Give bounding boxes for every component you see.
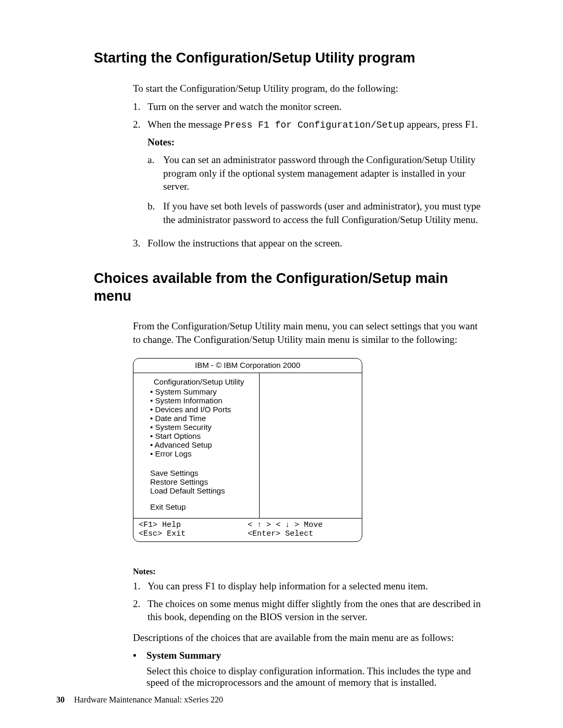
section1-steps: 1. Turn on the server and watch the moni… (133, 100, 482, 250)
desc-text: Select this choice to display configurat… (146, 665, 482, 688)
step-3: 3. Follow the instructions that appear o… (133, 237, 482, 250)
bios-footer-right: < ↑ > < ↓ > Move <Enter> Select (248, 521, 357, 539)
step-2-pre: When the message (148, 119, 224, 130)
desc-body: System Summary Select this choice to dis… (146, 650, 482, 688)
note-b-text: If you have set both levels of passwords… (163, 200, 482, 226)
bios-left-pane: Configuration/Setup Utility System Summa… (133, 373, 259, 518)
bios-menu-item: Error Logs (150, 449, 259, 458)
bios-actions: Save Settings Restore Settings Load Defa… (139, 468, 259, 512)
note-1: 1. You can press F1 to display help info… (133, 579, 482, 593)
bios-action-save: Save Settings (150, 468, 259, 477)
section1-intro: To start the Configuration/Setup Utility… (133, 82, 482, 95)
bios-key-f1: <F1> Help (139, 521, 248, 529)
desc-title: System Summary (146, 650, 221, 661)
bios-key-esc: <Esc> Exit (139, 529, 248, 538)
bullet-icon: • (133, 650, 146, 688)
notes-label: Notes: (148, 135, 482, 149)
section2-intro: From the Configuration/Setup Utility mai… (133, 319, 482, 346)
list-marker: 2. (133, 118, 148, 232)
bios-action-load: Load Default Settings (150, 486, 259, 495)
bios-header: IBM - © IBM Corporation 2000 (133, 359, 362, 373)
step-2: 2. When the message Press F1 for Configu… (133, 118, 482, 232)
bios-key-move: < ↑ > < ↓ > Move (248, 521, 357, 529)
bios-menu-item: System Summary (150, 387, 259, 396)
bios-menu-item: Advanced Setup (150, 440, 259, 449)
step-3-text: Follow the instructions that appear on t… (148, 237, 482, 250)
bios-footer-left: <F1> Help <Esc> Exit (139, 521, 248, 539)
bios-action-restore: Restore Settings (150, 477, 259, 486)
bios-menu: System Summary System Information Device… (139, 387, 259, 458)
list-marker: 1. (133, 100, 148, 114)
section1-content: To start the Configuration/Setup Utility… (133, 82, 482, 250)
note-a-text: You can set an administrator password th… (163, 153, 482, 193)
note-b: b. If you have set both levels of passwo… (148, 200, 482, 226)
section2-content: From the Configuration/Setup Utility mai… (133, 319, 482, 688)
section3-notes: 1. You can press F1 to display help info… (133, 579, 482, 624)
bios-right-pane (259, 373, 362, 518)
descriptions-intro: Descriptions of the choices that are ava… (133, 631, 482, 645)
note-2-text: The choices on some menus might differ s… (148, 597, 482, 624)
bios-menu-item: Start Options (150, 431, 259, 440)
bios-menu-item: System Security (150, 423, 259, 431)
list-marker: b. (148, 200, 163, 226)
book-title: Hardware Maintenance Manual: xSeries 220 (74, 695, 223, 704)
bios-window: IBM - © IBM Corporation 2000 Configurati… (133, 358, 362, 542)
bios-panel-title: Configuration/Setup Utility (139, 376, 259, 387)
step-1: 1. Turn on the server and watch the moni… (133, 100, 482, 114)
notes-label-2: Notes: (133, 567, 482, 576)
bios-screenshot: IBM - © IBM Corporation 2000 Configurati… (133, 358, 482, 542)
heading-choices: Choices available from the Configuration… (94, 270, 482, 305)
bios-menu-item: Devices and I/O Ports (150, 405, 259, 414)
list-marker: 1. (133, 579, 148, 593)
step-2-mono: Press F1 for Configuration/Setup (224, 120, 405, 130)
bios-key-select: <Enter> Select (248, 529, 357, 538)
step-2-post: appears, press F1. (405, 119, 478, 130)
menu-descriptions: • System Summary Select this choice to d… (133, 650, 482, 688)
bios-footer: <F1> Help <Esc> Exit < ↑ > < ↓ > Move <E… (133, 518, 362, 542)
page-number: 30 (56, 695, 65, 704)
list-marker: a. (148, 153, 163, 193)
bios-body: Configuration/Setup Utility System Summa… (133, 373, 362, 518)
bios-menu-item: Date and Time (150, 414, 259, 423)
list-marker: 2. (133, 597, 148, 624)
page-footer: 30 Hardware Maintenance Manual: xSeries … (56, 695, 223, 705)
page: Starting the Configuration/Setup Utility… (0, 0, 563, 728)
bios-menu-item: System Information (150, 396, 259, 405)
note-a: a. You can set an administrator password… (148, 153, 482, 193)
step2-notes: a. You can set an administrator password… (148, 153, 482, 226)
note-1-text: You can press F1 to display help informa… (148, 579, 482, 593)
desc-system-summary: • System Summary Select this choice to d… (133, 650, 482, 688)
step-2-body: When the message Press F1 for Configurat… (148, 118, 482, 232)
step-1-text: Turn on the server and watch the monitor… (148, 100, 482, 114)
heading-starting: Starting the Configuration/Setup Utility… (94, 50, 482, 67)
bios-action-exit: Exit Setup (150, 502, 259, 511)
note-2: 2. The choices on some menus might diffe… (133, 597, 482, 624)
list-marker: 3. (133, 237, 148, 250)
